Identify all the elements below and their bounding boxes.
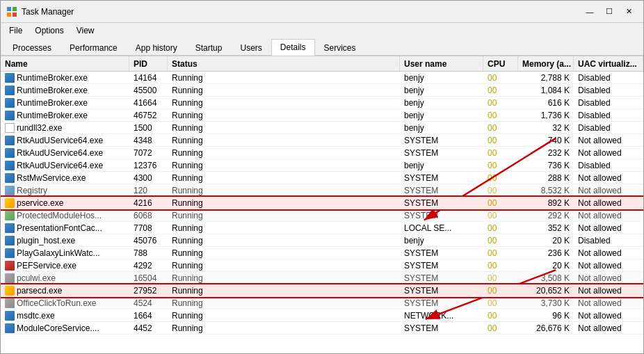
table-row[interactable]: PEFService.exe 4292 Running SYSTEM 00 20… — [1, 259, 643, 272]
process-icon — [5, 236, 15, 246]
process-icon — [5, 123, 15, 133]
process-icon — [5, 261, 15, 271]
svg-rect-2 — [7, 13, 11, 17]
svg-rect-0 — [7, 7, 11, 11]
table-row[interactable]: msdtc.exe 1664 Running NETWORK... 00 96 … — [1, 309, 643, 322]
process-icon — [5, 148, 15, 158]
title-bar-controls: — ☐ ✕ — [581, 5, 638, 19]
process-icon — [5, 111, 15, 120]
process-icon — [5, 248, 15, 258]
maximize-button[interactable]: ☐ — [600, 5, 618, 19]
process-icon — [5, 186, 15, 195]
col-name[interactable]: Name — [1, 56, 129, 71]
table-row[interactable]: RstMwService.exe 4300 Running SYSTEM 00 … — [1, 172, 643, 184]
window-title: Task Manager — [22, 7, 74, 17]
menu-file[interactable]: File — [3, 24, 28, 37]
svg-rect-3 — [13, 13, 17, 17]
col-cpu[interactable]: CPU — [483, 56, 518, 71]
process-icon — [5, 198, 15, 208]
table-row[interactable]: RtkAudUService64.exe 12376 Running benjy… — [1, 159, 643, 172]
table-header: Name PID Status User name CPU Memory (a.… — [1, 56, 643, 72]
col-username[interactable]: User name — [400, 56, 483, 71]
table-body-wrapper: RuntimeBroker.exe 14164 Running benjy 00… — [1, 72, 643, 353]
menu-bar: File Options View — [1, 23, 643, 38]
close-button[interactable]: ✕ — [620, 5, 638, 19]
table-row[interactable]: RuntimeBroker.exe 41664 Running benjy 00… — [1, 97, 643, 109]
table-row[interactable]: RuntimeBroker.exe 46752 Running benjy 00… — [1, 109, 643, 122]
process-icon — [5, 136, 15, 145]
table-row[interactable]: ProtectedModuleHos... 6068 Running SYSTE… — [1, 209, 643, 222]
table-row-pservice[interactable]: pservice.exe 4216 Running SYSTEM 00 892 … — [1, 197, 643, 209]
content-area: Name PID Status User name CPU Memory (a.… — [1, 56, 643, 353]
tabs-bar: Processes Performance App history Startu… — [1, 38, 643, 56]
table-row[interactable]: RuntimeBroker.exe 45500 Running benjy 00… — [1, 84, 643, 97]
table-row[interactable]: Registry 120 Running SYSTEM 00 8,532 K N… — [1, 184, 643, 197]
table-row[interactable]: RtkAudUService64.exe 7072 Running SYSTEM… — [1, 147, 643, 159]
tab-processes[interactable]: Processes — [3, 40, 61, 56]
col-memory[interactable]: Memory (a... — [518, 56, 574, 71]
table-row[interactable]: OfficeClickToRun.exe 4524 Running SYSTEM… — [1, 297, 643, 309]
process-icon — [5, 323, 15, 333]
process-icon — [5, 73, 15, 83]
process-icon — [5, 173, 15, 183]
table-row-parsecd[interactable]: parsecd.exe 27952 Running SYSTEM 00 20,6… — [1, 284, 643, 297]
table-row[interactable]: pculwi.exe 16504 Running SYSTEM 00 3,508… — [1, 272, 643, 284]
tab-performance[interactable]: Performance — [61, 40, 127, 56]
tab-services[interactable]: Services — [315, 40, 365, 56]
col-status[interactable]: Status — [168, 56, 400, 71]
tab-startup[interactable]: Startup — [186, 40, 232, 56]
table-row[interactable]: RtkAudUService64.exe 4348 Running SYSTEM… — [1, 134, 643, 147]
col-pid[interactable]: PID — [129, 56, 168, 71]
svg-rect-1 — [13, 7, 17, 11]
process-icon — [5, 98, 15, 108]
table-row[interactable]: ModuleCoreService.... 4452 Running SYSTE… — [1, 322, 643, 335]
tab-details[interactable]: Details — [271, 39, 315, 56]
menu-options[interactable]: Options — [29, 24, 69, 37]
process-icon — [5, 311, 15, 321]
tab-users[interactable]: Users — [231, 40, 271, 56]
process-icon — [5, 161, 15, 170]
process-icon — [5, 211, 15, 220]
menu-view[interactable]: View — [71, 24, 100, 37]
tab-app-history[interactable]: App history — [127, 40, 186, 56]
task-manager-window: Task Manager — ☐ ✕ File Options View Pro… — [0, 0, 644, 354]
process-icon — [5, 273, 15, 283]
title-bar-left: Task Manager — [6, 6, 74, 17]
col-uac[interactable]: UAC virtualiz... — [574, 56, 643, 71]
table-row[interactable]: plugin_host.exe 45076 Running benjy 00 2… — [1, 234, 643, 247]
process-icon — [5, 286, 15, 296]
table-row[interactable]: RuntimeBroker.exe 14164 Running benjy 00… — [1, 72, 643, 84]
process-icon — [5, 86, 15, 95]
table-row[interactable]: rundll32.exe 1500 Running benjy 00 32 K … — [1, 122, 643, 134]
minimize-button[interactable]: — — [581, 5, 599, 19]
app-icon — [6, 6, 17, 17]
process-icon — [5, 298, 15, 308]
process-icon — [5, 223, 15, 233]
table-row[interactable]: PlayGalaxyLinkWatc... 788 Running SYSTEM… — [1, 247, 643, 259]
table-body: RuntimeBroker.exe 14164 Running benjy 00… — [1, 72, 643, 335]
title-bar: Task Manager — ☐ ✕ — [1, 1, 643, 23]
table-row[interactable]: PresentationFontCac... 7708 Running LOCA… — [1, 222, 643, 234]
